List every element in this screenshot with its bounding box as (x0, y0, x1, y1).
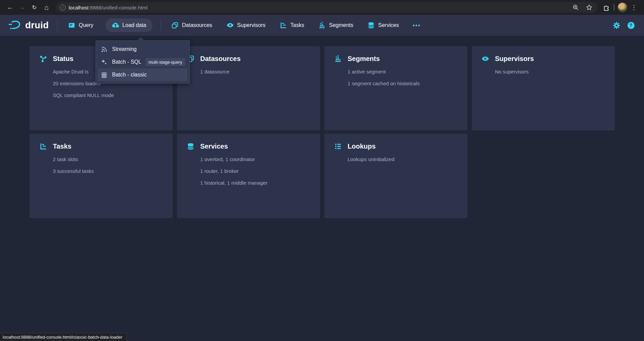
chrome-divider (614, 4, 614, 11)
cloud-upload-icon (112, 22, 119, 29)
menu-item-batch-classic[interactable]: Batch - classic (98, 68, 187, 81)
more-dot (418, 25, 420, 26)
bar-chart-icon (318, 22, 326, 29)
services-line: 1 overlord, 1 coordinator (200, 156, 312, 163)
nav-item-query[interactable]: Query (66, 19, 96, 32)
nav-item-datasources[interactable]: Datasources (169, 19, 214, 32)
nav-item-supervisors[interactable]: Supervisors (224, 19, 267, 32)
graph-network-icon (39, 55, 47, 63)
gantt-chart-icon (39, 143, 47, 150)
help-icon[interactable]: ? (627, 21, 635, 30)
eye-icon (226, 22, 234, 29)
nav-item-load-data[interactable]: Load data (106, 19, 152, 32)
services-card[interactable]: Services 1 overlord, 1 coordinator 1 rou… (177, 134, 320, 218)
menu-item-label: Batch - classic (112, 72, 147, 78)
druid-logo[interactable]: druid (8, 20, 49, 31)
navbar-divider (160, 20, 161, 30)
browser-back-button[interactable]: ← (5, 2, 15, 13)
database-icon (367, 22, 375, 29)
browser-reload-button[interactable]: ↻ (29, 2, 40, 13)
services-line: 1 router, 1 broker (200, 167, 312, 175)
nav-item-segments[interactable]: Segments (316, 19, 355, 32)
multi-stage-query-tag: multi-stage-query (146, 58, 185, 66)
card-title: Status (53, 55, 73, 63)
datasources-stack-icon (171, 22, 179, 29)
tasks-line: 2 task slots (53, 156, 165, 163)
supervisors-card[interactable]: Supervisors No supervisors (472, 46, 615, 130)
nav-item-label: Load data (122, 22, 146, 28)
nav-item-label: Services (378, 22, 399, 28)
druid-logo-icon (8, 20, 22, 31)
site-info-icon[interactable]: i (60, 5, 66, 10)
bar-chart-icon (334, 55, 342, 63)
nav-item-label: Tasks (290, 22, 304, 28)
url-path: :8888/unified-console.html (88, 5, 147, 10)
card-title: Services (200, 143, 228, 150)
nav-more-button[interactable] (411, 22, 422, 29)
datasources-card[interactable]: Datasources 1 datasource (177, 46, 320, 130)
address-bar[interactable]: i localhost:8888/unified-console.html (56, 2, 598, 13)
url-text: localhost:8888/unified-console.html (69, 5, 147, 10)
druid-navbar: druid Query Load data Datasources Superv… (0, 15, 644, 36)
extensions-icon[interactable] (602, 3, 610, 12)
browser-forward-button[interactable]: → (17, 2, 28, 13)
nav-item-label: Query (79, 22, 94, 28)
segments-line: 1 active segment (348, 68, 459, 75)
menu-item-streaming[interactable]: Streaming (98, 43, 187, 56)
card-title: Tasks (53, 143, 71, 150)
link-status-bar: localhost:8888/unified-console.html#clas… (0, 333, 127, 341)
menu-item-label: Batch - SQL (112, 59, 141, 65)
card-title: Datasources (200, 55, 241, 63)
feed-icon (101, 46, 108, 53)
properties-list-icon (334, 143, 342, 150)
tasks-line: 3 successful tasks (53, 167, 165, 175)
tasks-card[interactable]: Tasks 2 task slots 3 successful tasks (30, 134, 173, 218)
lookups-line: Lookups uninitialized (348, 156, 459, 163)
segments-line: 1 segment cached on historicals (348, 80, 459, 87)
segments-card[interactable]: Segments 1 active segment 1 segment cach… (324, 46, 467, 130)
eye-icon (481, 55, 489, 63)
nav-item-label: Supervisors (237, 22, 265, 28)
navbar-divider (57, 20, 58, 30)
card-title: Segments (348, 55, 380, 63)
menu-item-label: Streaming (112, 46, 137, 52)
supervisors-line: No supervisors (495, 68, 607, 75)
database-icon (187, 143, 194, 150)
browser-chrome: ← → ↻ ⌂ i localhost:8888/unified-console… (0, 0, 644, 15)
profile-avatar[interactable] (618, 3, 627, 12)
card-title: Supervisors (495, 55, 534, 63)
nav-item-label: Datasources (182, 22, 212, 28)
card-title: Lookups (348, 143, 375, 150)
nav-item-tasks[interactable]: Tasks (278, 19, 306, 32)
url-host: localhost (69, 5, 88, 10)
browser-menu-icon[interactable]: ⋮ (629, 2, 639, 13)
services-line: 1 historical, 1 middle manager (200, 179, 312, 187)
sparkles-icon (101, 59, 108, 66)
nav-item-label: Segments (329, 22, 353, 28)
query-console-icon (68, 22, 75, 29)
link-status-text: localhost:8888/unified-console.html#clas… (3, 335, 122, 340)
lookups-card[interactable]: Lookups Lookups uninitialized (324, 134, 467, 218)
status-line: SQL compliant NULL mode (53, 92, 165, 99)
load-data-menu: Streaming Batch - SQL multi-stage-query … (96, 40, 190, 84)
bookmark-star-icon[interactable] (585, 3, 594, 12)
more-dot (416, 25, 417, 26)
zoom-icon[interactable] (571, 3, 580, 12)
settings-gear-icon[interactable] (612, 21, 621, 30)
menu-item-batch-sql[interactable]: Batch - SQL multi-stage-query (98, 56, 187, 68)
datasources-line: 1 datasource (200, 68, 312, 75)
more-dot (413, 25, 415, 26)
druid-logo-text: druid (25, 20, 49, 31)
browser-home-button[interactable]: ⌂ (41, 2, 52, 13)
nav-item-services[interactable]: Services (365, 19, 401, 32)
gantt-chart-icon (280, 22, 287, 29)
list-rows-icon (101, 71, 108, 79)
